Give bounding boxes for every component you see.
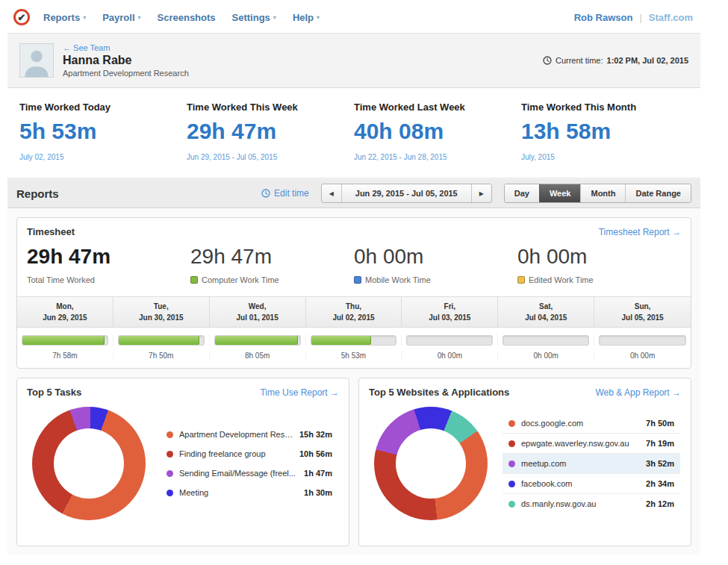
day-bar xyxy=(594,335,691,346)
summary-label-text: Computer Work Time xyxy=(202,275,279,284)
sites-donut-chart[interactable] xyxy=(374,407,488,520)
current-time-label: Current time: xyxy=(556,56,603,65)
timesheet-week-table: Mon,Jun 29, 2015 Tue,Jun 30, 2015 Wed,Ju… xyxy=(17,296,691,368)
stat-today: Time Worked Today 5h 53m July 02, 2015 xyxy=(19,102,187,161)
top-navbar: ✔ Reports ▾ Payroll ▾ Screenshots Settin… xyxy=(7,6,700,34)
legend-label: Meeting xyxy=(179,488,208,497)
stat-this-month: Time Worked This Month 13h 58m July, 201… xyxy=(521,102,688,161)
user-name: Hanna Rabe xyxy=(63,54,189,67)
tasks-legend: Apartment Development Rese... 15h 32m Fi… xyxy=(161,425,338,502)
previous-week-button[interactable]: ◀ xyxy=(322,184,342,202)
view-month-button[interactable]: Month xyxy=(580,184,625,202)
chevron-down-icon: ▾ xyxy=(273,14,276,21)
menu-help-label: Help xyxy=(293,12,314,23)
user-account-link[interactable]: Rob Rawson xyxy=(574,12,633,23)
menu-reports[interactable]: Reports ▾ xyxy=(43,12,86,23)
top-tasks-title: Top 5 Tasks xyxy=(27,387,81,398)
summary-edited: 0h 00m Edited Work Time xyxy=(517,245,681,284)
timesheet-summary: 29h 47m Total Time Worked 29h 47m Comput… xyxy=(17,243,691,296)
legend-item[interactable]: facebook.com 2h 34m xyxy=(503,474,680,494)
view-day-button[interactable]: Day xyxy=(505,184,539,202)
web-app-report-link[interactable]: Web & App Report → xyxy=(595,387,681,398)
legend-time: 2h 34m xyxy=(646,479,674,488)
legend-item[interactable]: Apartment Development Rese... 15h 32m xyxy=(161,425,338,444)
legend-item[interactable]: Finding freelance group 10h 56m xyxy=(161,444,338,463)
legend-item[interactable]: ds.manly.nsw.gov.au 2h 12m xyxy=(503,494,680,514)
day-header: Fri,Jul 03, 2015 xyxy=(402,297,498,327)
stat-value: 5h 53m xyxy=(19,119,187,144)
edit-time-link[interactable]: Edit time xyxy=(261,188,309,199)
day-bar xyxy=(210,335,306,346)
time-use-report-link[interactable]: Time Use Report → xyxy=(260,387,339,398)
summary-mobile: 0h 00m Mobile Work Time xyxy=(354,245,517,284)
timesheet-card: Timesheet Timesheet Report → 29h 47m Tot… xyxy=(16,217,691,369)
date-range-navigator: ◀ Jun 29, 2015 - Jul 05, 2015 ▶ xyxy=(321,184,492,203)
staff-logo-icon[interactable]: ✔ xyxy=(13,9,30,25)
stats-row: Time Worked Today 5h 53m July 02, 2015 T… xyxy=(7,88,700,178)
view-week-button[interactable]: Week xyxy=(539,184,581,202)
brand-link[interactable]: Staff.com xyxy=(649,12,693,23)
legend-item[interactable]: meetup.com 3h 52m xyxy=(503,454,680,474)
sites-legend: docs.google.com 7h 50m epwgate.waverley.… xyxy=(503,413,680,514)
next-week-button[interactable]: ▶ xyxy=(471,184,491,202)
navbar-right: Rob Rawson | Staff.com xyxy=(574,12,693,23)
view-date-range-button[interactable]: Date Range xyxy=(625,184,691,202)
menu-payroll-label: Payroll xyxy=(102,12,134,23)
user-subtitle: Apartment Development Research xyxy=(63,69,189,78)
nav-divider: | xyxy=(639,12,641,23)
timesheet-report-link[interactable]: Timesheet Report → xyxy=(599,227,681,237)
legend-item[interactable]: docs.google.com 7h 50m xyxy=(503,413,680,434)
see-team-link[interactable]: ← See Team xyxy=(63,43,189,52)
day-time: 0h 00m xyxy=(594,352,691,360)
menu-settings[interactable]: Settings ▾ xyxy=(232,12,276,23)
tasks-donut-chart[interactable] xyxy=(32,407,146,520)
top-tasks-card: Top 5 Tasks Time Use Report → Apartment … xyxy=(16,378,349,546)
current-time: Current time: 1:02 PM, Jul 02, 2015 xyxy=(543,56,688,65)
legend-label: Finding freelance group xyxy=(179,449,266,458)
menu-help[interactable]: Help ▾ xyxy=(293,12,320,23)
menu-payroll[interactable]: Payroll ▾ xyxy=(102,12,140,23)
edited-work-swatch xyxy=(517,276,525,284)
user-info: ← See Team Hanna Rabe Apartment Developm… xyxy=(63,43,189,78)
legend-dot-icon xyxy=(508,481,515,487)
legend-item[interactable]: epwgate.waverley.nsw.gov.au 7h 19m xyxy=(503,434,680,454)
legend-time: 10h 56m xyxy=(299,449,332,458)
reports-toolbar: Reports Edit time ◀ Jun 29, 2015 - Jul 0… xyxy=(7,178,700,208)
legend-label: meetup.com xyxy=(521,459,567,468)
legend-item[interactable]: Sending Email/Message (freel... 1h 47m xyxy=(161,463,338,483)
top-sites-title: Top 5 Websites & Applications xyxy=(369,387,509,398)
day-header: Tue,Jun 30, 2015 xyxy=(113,297,210,327)
stat-last-week: Time Worked Last Week 40h 08m Jun 22, 20… xyxy=(354,102,521,161)
main-content: Timesheet Timesheet Report → 29h 47m Tot… xyxy=(7,208,700,555)
summary-label: Edited Work Time xyxy=(517,275,681,284)
day-bar xyxy=(498,335,594,346)
legend-dot-icon xyxy=(167,490,173,496)
week-header-row: Mon,Jun 29, 2015 Tue,Jun 30, 2015 Wed,Ju… xyxy=(17,297,691,328)
day-time: 0h 00m xyxy=(402,352,498,360)
edit-time-label: Edit time xyxy=(274,188,309,199)
top-sites-body: docs.google.com 7h 50m epwgate.waverley.… xyxy=(359,404,691,534)
stat-label: Time Worked This Week xyxy=(187,102,354,113)
legend-dot-icon xyxy=(508,461,515,467)
stat-range: Jun 22, 2015 - Jun 28, 2015 xyxy=(354,153,521,161)
menu-screenshots[interactable]: Screenshots xyxy=(158,12,216,23)
summary-label-text: Total Time Worked xyxy=(27,275,95,284)
legend-time: 1h 30m xyxy=(304,488,332,497)
summary-label-text: Mobile Work Time xyxy=(365,275,431,284)
top-sites-card: Top 5 Websites & Applications Web & App … xyxy=(358,378,691,546)
legend-dot-icon xyxy=(167,431,173,438)
legend-dot-icon xyxy=(508,501,515,508)
legend-time: 15h 32m xyxy=(299,430,332,439)
user-header: ← See Team Hanna Rabe Apartment Developm… xyxy=(7,34,700,88)
day-time: 7h 58m xyxy=(17,352,113,360)
legend-item[interactable]: Meeting 1h 30m xyxy=(161,483,338,502)
week-times-row: 7h 58m 7h 50m 8h 05m 5h 53m 0h 00m 0h 00… xyxy=(17,348,691,368)
summary-value: 29h 47m xyxy=(190,245,354,269)
stat-range: July, 2015 xyxy=(521,153,688,161)
summary-value: 0h 00m xyxy=(354,245,517,269)
mobile-work-swatch xyxy=(354,276,361,284)
legend-dot-icon xyxy=(508,440,515,447)
summary-value: 0h 00m xyxy=(517,245,681,269)
stat-range: July 02, 2015 xyxy=(19,153,187,161)
summary-label: Mobile Work Time xyxy=(354,275,517,284)
